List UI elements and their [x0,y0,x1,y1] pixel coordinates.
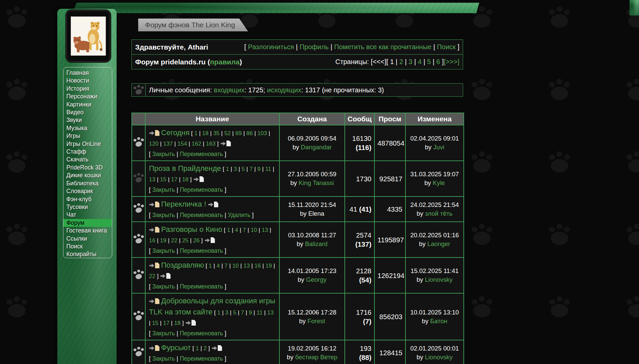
thread-page-link[interactable]: 19 [266,263,272,269]
thread-action-link[interactable]: Переименовать [180,151,223,157]
author-link[interactable]: Lionovsky [425,276,453,283]
sidebar-item[interactable]: Копирайты [63,250,112,258]
sidebar-item[interactable]: Стафф [63,148,112,156]
thread-page-link[interactable]: 13 [149,176,155,183]
author-link[interactable]: злой тёть [425,210,453,217]
thread-action-link[interactable]: Переименовать [180,247,223,254]
thread-page-link[interactable]: 7 [224,263,227,269]
sidebar-item[interactable]: Библиотека [63,180,112,187]
thread-page-link[interactable]: 69 [235,130,242,136]
author-link[interactable]: Balizard [305,240,328,247]
thread-page-link[interactable]: 18 [174,320,181,326]
thread-page-link[interactable]: 120 [149,141,158,147]
thread-action-link[interactable]: Переименовать [180,212,223,218]
thread-page-link[interactable]: 13 [243,263,250,269]
thread-page-link[interactable]: 154 [178,141,187,147]
pager-next[interactable]: [>>>] [444,58,459,65]
thread-page-link[interactable]: 10 [232,263,239,269]
thread-title-link[interactable]: Фурсьют [161,343,191,352]
thread-action-link[interactable]: Закрыть [152,330,175,337]
thread-page-link[interactable]: 13 [267,309,274,316]
pager-page-link[interactable]: 5 [427,58,431,65]
forum-tab[interactable]: Форум фэнов The Lion King [138,19,248,31]
pager-page-link[interactable]: 3 [408,58,412,65]
thread-page-link[interactable]: 5 [242,166,245,172]
sidebar-item[interactable]: Персонажи [63,93,112,100]
thread-page-link[interactable]: 18 [182,176,188,183]
thread-page-link[interactable]: 5 [233,309,236,316]
thread-page-link[interactable]: 11 [256,309,263,316]
sidebar-item[interactable]: Поиск [63,243,112,250]
thread-page-link[interactable]: 7 [249,166,252,172]
thread-page-link[interactable]: 1 [226,166,229,172]
thread-page-link[interactable]: 10 [251,227,257,233]
sidebar-item[interactable]: Игры [63,132,112,140]
pager-page-link[interactable]: 4 [418,58,422,65]
sidebar-item[interactable]: PrideRock 3D [63,164,112,172]
sidebar-item[interactable]: Фэн-клуб [63,195,112,203]
inbox-link[interactable]: входящих [214,86,244,94]
sidebar-item[interactable]: Ссылки [63,235,112,243]
sidebar-item[interactable]: Музыка [63,124,112,132]
sidebar-item[interactable]: История [63,85,112,93]
thread-action-link[interactable]: Переименовать [180,330,223,337]
thread-page-link[interactable]: 1 [227,227,230,233]
author-link[interactable]: Батон [430,317,447,325]
thread-page-link[interactable]: 13 [262,227,268,233]
pager-page-link[interactable]: 6 [436,58,440,65]
outbox-link[interactable]: исходящих [267,86,301,94]
author-link[interactable]: Laonger [427,240,450,247]
thread-page-link[interactable]: 86 [246,130,253,136]
sidebar-item[interactable]: Чат [63,211,112,219]
thread-page-link[interactable]: 162 [192,141,201,147]
sidebar-item[interactable]: Картинки [63,101,112,109]
author-link[interactable]: Georgy [306,276,327,283]
thread-page-link[interactable]: 15 [160,176,166,183]
thread-page-link[interactable]: 26 [193,237,200,244]
thread-page-link[interactable]: 22 [171,237,178,244]
sidebar-item[interactable]: Видео [63,109,112,116]
sidebar-item[interactable]: Дикие кошки [63,172,112,179]
thread-action-link[interactable]: Закрыть [152,151,175,157]
thread-page-link[interactable]: 1 [195,345,199,352]
thread-action-link[interactable]: Закрыть [152,247,175,254]
author-link[interactable]: Dangandar [301,144,332,151]
thread-page-link[interactable]: 137 [163,141,173,147]
thread-action-link[interactable]: Закрыть [152,212,175,218]
thread-action-link[interactable]: Переименовать [180,355,223,362]
thread-page-link[interactable]: 18 [202,130,209,136]
sidebar-item[interactable]: Главная [63,69,112,77]
thread-page-link[interactable]: 52 [224,130,231,136]
thread-page-link[interactable]: 3 [225,309,228,316]
thread-page-link[interactable]: 9 [249,309,252,316]
sidebar-item[interactable]: Словарик [63,187,112,195]
thread-page-link[interactable]: 163 [206,141,215,147]
thread-page-link[interactable]: 19 [160,237,166,244]
author-link[interactable]: бестиар Ветер [295,354,337,361]
search-link[interactable]: Поиск [437,43,455,51]
thread-page-link[interactable]: 3 [234,166,237,172]
sidebar-item[interactable]: Новости [63,77,112,85]
thread-page-link[interactable]: 1 [209,263,212,269]
sidebar-item[interactable]: Гостевая книга [63,227,112,235]
sidebar-item[interactable]: Тусовки [63,203,112,211]
thread-title-link[interactable]: Разговоры о Кино [161,225,222,234]
profile-link[interactable]: Профиль [300,43,329,51]
author-link[interactable]: Juvi [433,144,444,151]
thread-title-link[interactable]: Перекличка ! [161,200,206,208]
author-link[interactable]: Lionovsky [425,354,453,361]
thread-page-link[interactable]: 103 [257,130,267,136]
thread-action-link[interactable]: Закрыть [152,355,175,362]
thread-page-link[interactable]: 4 [217,263,220,269]
pager-page-link[interactable]: 2 [399,58,403,65]
mark-all-read-link[interactable]: Пометить все как прочитанные [334,43,431,51]
sidebar-item[interactable]: Форум [63,219,112,227]
thread-title-link[interactable]: Сегодня [161,128,189,137]
sidebar-item[interactable]: Скачать [63,156,112,163]
thread-page-link[interactable]: 17 [171,176,178,183]
thread-page-link[interactable]: 4 [235,227,238,233]
thread-page-link[interactable]: 35 [213,130,220,136]
thread-page-link[interactable]: 15 [152,320,158,326]
author-link[interactable]: Forest [307,317,325,325]
thread-page-link[interactable]: 22 [149,273,155,279]
